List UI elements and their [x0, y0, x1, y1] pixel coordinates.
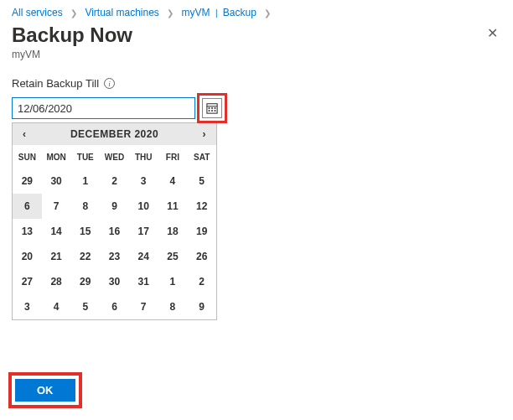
calendar-day[interactable]: 18	[158, 219, 188, 244]
calendar-day[interactable]: 27	[13, 269, 42, 294]
calendar-trigger-button[interactable]	[202, 98, 222, 118]
calendar-day[interactable]: 11	[158, 194, 188, 219]
calendar-dow: THU	[129, 145, 158, 169]
calendar-dow: SUN	[13, 145, 42, 169]
chevron-left-icon: ‹	[23, 128, 27, 140]
ok-button[interactable]: OK	[15, 379, 75, 402]
chevron-right-icon: ›	[202, 128, 206, 140]
calendar-prev-button[interactable]: ‹	[19, 127, 30, 142]
calendar-day[interactable]: 5	[70, 294, 100, 319]
calendar-day[interactable]: 13	[13, 219, 42, 244]
calendar-day[interactable]: 9	[187, 294, 216, 319]
calendar-day[interactable]: 12	[187, 194, 216, 219]
calendar-icon	[206, 102, 218, 114]
chevron-right-icon: ❯	[167, 8, 174, 18]
calendar-day[interactable]: 3	[129, 169, 158, 194]
calendar-day[interactable]: 6	[13, 194, 42, 219]
svg-rect-3	[211, 107, 213, 109]
svg-rect-5	[209, 110, 210, 111]
calendar-day[interactable]: 17	[129, 219, 158, 244]
info-icon[interactable]: i	[104, 78, 115, 89]
calendar-day[interactable]: 2	[100, 169, 129, 194]
calendar-day[interactable]: 30	[100, 269, 129, 294]
calendar-day[interactable]: 24	[129, 244, 158, 269]
breadcrumb-backup[interactable]: Backup	[223, 7, 256, 18]
calendar-dow: TUE	[70, 145, 100, 169]
svg-rect-7	[215, 110, 216, 111]
breadcrumb-all-services[interactable]: All services	[12, 7, 63, 18]
page-title: Backup Now	[12, 23, 132, 47]
svg-rect-2	[209, 107, 210, 109]
highlight-box-calendar	[197, 93, 227, 123]
calendar-day[interactable]: 31	[129, 269, 158, 294]
calendar-popup: ‹ DECEMBER 2020 › SUNMONTUEWEDTHUFRISAT2…	[12, 122, 217, 320]
calendar-day[interactable]: 7	[42, 194, 71, 219]
calendar-day[interactable]: 6	[100, 294, 129, 319]
breadcrumb-virtual-machines[interactable]: Virtual machines	[85, 7, 159, 18]
calendar-dow: FRI	[158, 145, 188, 169]
retain-backup-till-input[interactable]	[12, 97, 195, 119]
chevron-right-icon: ❯	[70, 8, 77, 18]
calendar-day[interactable]: 5	[187, 169, 216, 194]
calendar-day[interactable]: 26	[187, 244, 216, 269]
calendar-day[interactable]: 16	[100, 219, 129, 244]
calendar-day[interactable]: 4	[158, 169, 188, 194]
calendar-day[interactable]: 20	[13, 244, 42, 269]
calendar-day[interactable]: 15	[70, 219, 100, 244]
pipe-separator: |	[215, 8, 218, 18]
calendar-month-label: DECEMBER 2020	[70, 128, 158, 140]
calendar-day[interactable]: 29	[13, 169, 42, 194]
calendar-day[interactable]: 7	[129, 294, 158, 319]
calendar-day[interactable]: 21	[42, 244, 71, 269]
calendar-day[interactable]: 30	[42, 169, 71, 194]
calendar-day[interactable]: 28	[42, 269, 71, 294]
page-subtitle: myVM	[12, 49, 501, 60]
svg-rect-4	[215, 107, 216, 109]
chevron-right-icon: ❯	[264, 8, 271, 18]
calendar-day[interactable]: 8	[70, 194, 100, 219]
calendar-day[interactable]: 1	[70, 169, 100, 194]
breadcrumb-myvm[interactable]: myVM	[182, 7, 210, 18]
retain-backup-till-label: Retain Backup Till i	[12, 77, 501, 90]
calendar-day[interactable]: 29	[70, 269, 100, 294]
field-label-text: Retain Backup Till	[12, 77, 99, 90]
calendar-day[interactable]: 25	[158, 244, 188, 269]
calendar-dow: SAT	[187, 145, 216, 169]
calendar-day[interactable]: 3	[13, 294, 42, 319]
calendar-day[interactable]: 2	[187, 269, 216, 294]
close-icon: ✕	[487, 26, 498, 40]
calendar-day[interactable]: 22	[70, 244, 100, 269]
calendar-next-button[interactable]: ›	[199, 127, 210, 142]
calendar-day[interactable]: 14	[42, 219, 71, 244]
breadcrumb: All services ❯ Virtual machines ❯ myVM |…	[12, 7, 501, 18]
calendar-day[interactable]: 10	[129, 194, 158, 219]
calendar-day[interactable]: 8	[158, 294, 188, 319]
close-button[interactable]: ✕	[484, 23, 501, 44]
calendar-day[interactable]: 9	[100, 194, 129, 219]
calendar-day[interactable]: 1	[158, 269, 188, 294]
calendar-day[interactable]: 4	[42, 294, 71, 319]
calendar-day[interactable]: 19	[187, 219, 216, 244]
highlight-box-ok: OK	[8, 372, 82, 408]
calendar-dow: WED	[100, 145, 129, 169]
svg-rect-6	[211, 110, 213, 111]
calendar-day[interactable]: 23	[100, 244, 129, 269]
calendar-dow: MON	[42, 145, 71, 169]
